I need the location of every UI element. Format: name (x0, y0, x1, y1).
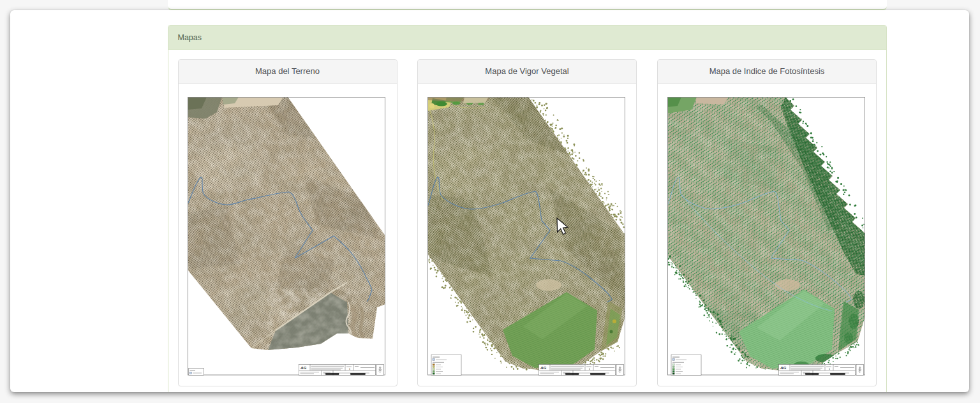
svg-text:1: 1 (349, 368, 350, 370)
svg-text:AG: AG (540, 365, 546, 370)
svg-text:1: 1 (829, 368, 830, 370)
svg-text:1: 1 (589, 368, 590, 370)
svg-text:AG: AG (300, 365, 306, 370)
svg-text:AG: AG (780, 365, 786, 370)
